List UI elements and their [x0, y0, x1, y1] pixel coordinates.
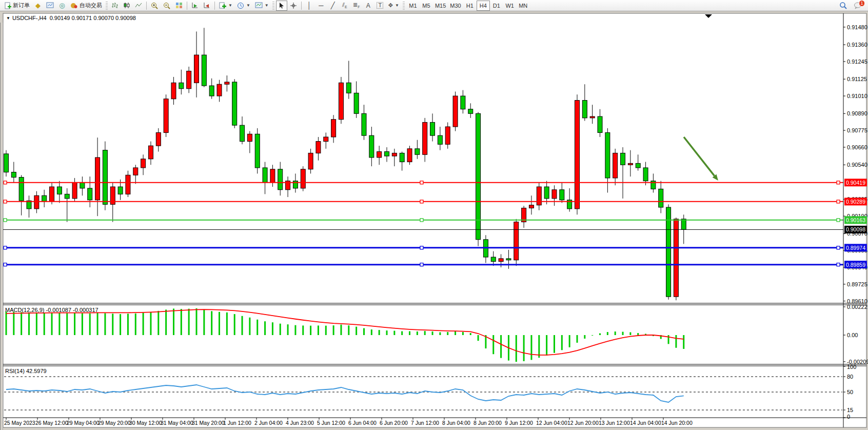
- zoom-out-button[interactable]: [161, 1, 173, 11]
- autotrading-label: 自动交易: [80, 2, 102, 9]
- toolbar-separator: [301, 2, 302, 10]
- svg-text:29 May 20:00: 29 May 20:00: [98, 420, 131, 426]
- arrows-button[interactable]: ✥▼: [386, 1, 401, 11]
- equidistant-channel-button[interactable]: ⫽E: [339, 1, 350, 11]
- svg-text:8 Jun 04:00: 8 Jun 04:00: [442, 420, 470, 426]
- chart-window-icon: [46, 2, 54, 9]
- svg-text:25 May 2023: 25 May 2023: [4, 420, 35, 426]
- timeframe-button-h1[interactable]: H1: [463, 1, 477, 11]
- timeframe-button-m30[interactable]: M30: [448, 1, 463, 11]
- auto-scroll-icon: [191, 2, 199, 9]
- zoom-in-button[interactable]: [149, 1, 161, 11]
- autotrading-button[interactable]: 自动交易: [68, 1, 104, 11]
- timeframe-button-m1[interactable]: M1: [406, 1, 420, 11]
- chart-canvas[interactable]: 0.914800.913600.912450.911250.910100.908…: [0, 11, 868, 430]
- zoom-in-icon: [151, 2, 159, 9]
- svg-text:0.90419: 0.90419: [846, 180, 865, 186]
- search-button[interactable]: [837, 1, 849, 11]
- svg-text:29 May 04:00: 29 May 04:00: [67, 420, 100, 426]
- text-icon: A: [366, 3, 370, 9]
- timeframe-button-w1[interactable]: W1: [503, 1, 517, 11]
- horizontal-line-button[interactable]: ─: [315, 1, 327, 11]
- svg-text:1 Jun 12:00: 1 Jun 12:00: [223, 420, 251, 426]
- signals-icon: ◎: [59, 2, 65, 9]
- cursor-button[interactable]: [276, 1, 287, 11]
- chart-window[interactable]: 0.914800.913600.912450.911250.910100.908…: [0, 11, 868, 430]
- signals-button[interactable]: ◎: [56, 1, 68, 11]
- timeframe-button-m5[interactable]: M5: [420, 1, 433, 11]
- svg-text:12 Jun 20:00: 12 Jun 20:00: [567, 420, 599, 426]
- trendline-button[interactable]: ╱: [327, 1, 339, 11]
- main-toolbar: 新订单 ◆ ◎ 自动交易 ▼ ▼: [0, 0, 868, 11]
- fibonacci-button[interactable]: ≣F: [351, 1, 362, 11]
- metaeditor-icon: ◆: [35, 2, 41, 9]
- new-order-button[interactable]: 新订单: [2, 1, 32, 11]
- vertical-line-icon: │: [307, 2, 311, 9]
- toolbar-separator: [187, 2, 187, 10]
- fibonacci-icon: ≣F: [353, 2, 360, 9]
- chevron-down-icon: ▼: [265, 3, 269, 8]
- candlestick-chart-button[interactable]: [121, 1, 132, 11]
- auto-scroll-button[interactable]: [189, 1, 201, 11]
- candlestick-chart-icon: [123, 2, 130, 9]
- templates-icon: [255, 2, 263, 9]
- chart-shift-button[interactable]: [201, 1, 212, 11]
- equidistant-channel-icon: ⫽E: [342, 2, 347, 9]
- svg-text:8 Jun 20:00: 8 Jun 20:00: [474, 420, 502, 426]
- line-chart-button[interactable]: [133, 1, 144, 11]
- svg-text:9 Jun 12:00: 9 Jun 12:00: [505, 420, 533, 426]
- timeframe-group: M1M5M15M30H1H4D1W1MN: [406, 1, 530, 11]
- svg-text:0.91245: 0.91245: [847, 58, 867, 65]
- svg-text:0.89725: 0.89725: [847, 281, 867, 287]
- svg-text:0: 0: [847, 414, 850, 420]
- periods-button[interactable]: ▼: [235, 1, 252, 11]
- svg-text:31 May 04:00: 31 May 04:00: [161, 420, 193, 426]
- svg-text:5 Jun 12:00: 5 Jun 12:00: [317, 420, 345, 426]
- chart-window-button[interactable]: [44, 1, 56, 11]
- svg-text:14 Jun 20:00: 14 Jun 20:00: [661, 420, 693, 426]
- svg-text:0.89610: 0.89610: [847, 298, 867, 304]
- svg-text:6 Jun 04:00: 6 Jun 04:00: [348, 420, 377, 426]
- text-label-icon: T: [377, 2, 383, 9]
- svg-text:12 Jun 04:00: 12 Jun 04:00: [536, 420, 567, 426]
- svg-text:0.89859: 0.89859: [846, 262, 865, 268]
- toolbar-grip: [272, 2, 274, 10]
- templates-button[interactable]: ▼: [253, 1, 271, 11]
- svg-text:30 May 12:00: 30 May 12:00: [129, 420, 162, 426]
- timeframe-button-mn[interactable]: MN: [517, 1, 530, 11]
- toolbar-grip: [106, 2, 108, 10]
- toolbar-separator: [146, 2, 147, 10]
- svg-text:0.89974: 0.89974: [846, 245, 865, 251]
- indicators-button[interactable]: ▼: [217, 1, 234, 11]
- notification-badge: 1: [859, 0, 865, 7]
- svg-text:50: 50: [847, 389, 853, 395]
- svg-text:4 Jun 23:00: 4 Jun 23:00: [286, 420, 314, 426]
- chevron-down-icon: ▼: [246, 3, 250, 8]
- svg-text:80: 80: [847, 374, 853, 380]
- chevron-down-icon: ▼: [228, 3, 232, 8]
- bar-chart-button[interactable]: [109, 1, 121, 11]
- svg-text:13 Jun 12:00: 13 Jun 12:00: [599, 420, 630, 426]
- autotrading-icon: [70, 2, 78, 9]
- new-order-icon: [4, 2, 11, 9]
- timeframe-button-m15[interactable]: M15: [433, 1, 448, 11]
- timeframe-button-d1[interactable]: D1: [490, 1, 503, 11]
- text-label-button[interactable]: T: [374, 1, 386, 11]
- tile-windows-icon: [175, 2, 183, 9]
- svg-text:0.90890: 0.90890: [847, 110, 867, 116]
- chevron-down-icon: ▼: [395, 3, 399, 8]
- crosshair-button[interactable]: [288, 1, 299, 11]
- svg-text:0.90163: 0.90163: [846, 217, 865, 223]
- chat-button[interactable]: 1: [850, 1, 866, 11]
- toolbar-separator: [214, 2, 215, 10]
- svg-text:6 Jun 20:00: 6 Jun 20:00: [380, 420, 408, 426]
- text-button[interactable]: A: [363, 1, 374, 11]
- svg-text:0.00222: 0.00222: [847, 304, 867, 310]
- svg-text:0.91360: 0.91360: [847, 42, 867, 48]
- vertical-line-button[interactable]: │: [304, 1, 315, 11]
- tile-windows-button[interactable]: [173, 1, 185, 11]
- timeframe-button-h4[interactable]: H4: [477, 1, 490, 11]
- svg-text:0.90660: 0.90660: [847, 144, 867, 150]
- bar-chart-icon: [111, 2, 119, 9]
- metaeditor-button[interactable]: ◆: [32, 1, 44, 11]
